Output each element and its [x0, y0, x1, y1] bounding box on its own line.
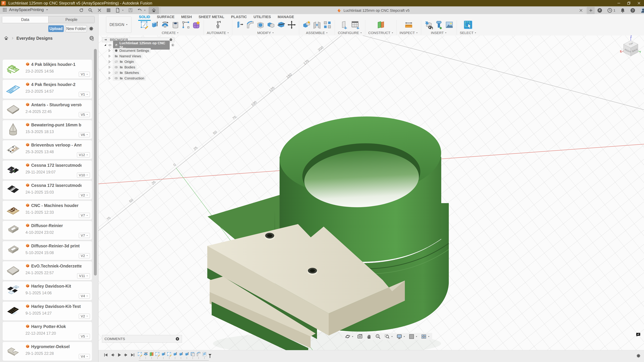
node-label[interactable]: Bodies — [113, 65, 137, 70]
move-icon[interactable] — [287, 20, 296, 29]
timeline-feature-extrude-icon[interactable] — [178, 352, 184, 357]
timeline-feature-extrude-icon[interactable] — [161, 352, 166, 357]
visibility-eye-icon[interactable] — [108, 43, 112, 47]
timeline-feature-sketch-icon[interactable] — [155, 352, 160, 357]
document-tab-close-icon[interactable] — [579, 8, 583, 12]
upload-button[interactable]: Upload — [48, 25, 64, 32]
project-card[interactable]: Cessna 172 lasercutmodel29-11-2024 19:07… — [3, 161, 92, 179]
expander-collapsed-icon[interactable] — [108, 65, 111, 69]
viewcube[interactable]: Z X Y TOP RIGHT BACK — [620, 35, 641, 57]
version-dropdown[interactable]: V6 — [79, 132, 90, 137]
add-comment-icon[interactable] — [176, 337, 180, 341]
new-component-icon[interactable] — [302, 20, 311, 29]
group-label-inspect[interactable]: INSPECT — [400, 31, 418, 35]
file-caret-icon[interactable] — [122, 9, 124, 11]
undo-caret-icon[interactable] — [144, 9, 146, 11]
browser-node-named-views[interactable]: Named Views — [102, 53, 174, 59]
sketch-dots-icon[interactable] — [182, 20, 190, 29]
ribbon-tab-solid[interactable]: SOLID — [139, 15, 150, 20]
insert-image-icon[interactable] — [445, 20, 454, 29]
project-title[interactable]: Bewatering-punt 16mm buis — [31, 122, 82, 127]
project-card[interactable]: Hygrometer-Deksel29-1-2025 22:28V4 — [3, 342, 92, 361]
project-card[interactable]: Harley Davidson-Kit-Test9-1-2025 14:27V2 — [3, 302, 92, 321]
project-card[interactable]: Cessna 172 lasercutmodel-motor...24-1-20… — [3, 181, 92, 199]
viewports-icon[interactable] — [421, 334, 427, 339]
node-label[interactable]: Origin — [113, 59, 136, 64]
ribbon-tab-utilities[interactable]: UTILITIES — [254, 15, 271, 20]
timeline-feature-pattern-icon[interactable] — [202, 352, 207, 357]
version-dropdown[interactable]: V2 — [79, 314, 90, 319]
viewports-caret-icon[interactable] — [428, 336, 430, 338]
home-tab[interactable] — [148, 7, 159, 14]
collapse-panel-icon[interactable] — [104, 38, 108, 41]
project-title[interactable]: Hygrometer-Deksel — [31, 344, 82, 349]
project-title[interactable]: Brievenbus verloop - Anne — [31, 143, 82, 147]
ribbon-tab-manage[interactable]: MANAGE — [278, 15, 294, 20]
sync-icon[interactable] — [79, 8, 84, 13]
browser-node-sketches[interactable]: Sketches — [102, 70, 174, 75]
fillet-icon[interactable] — [246, 20, 254, 29]
configuration-icon[interactable] — [340, 20, 349, 29]
project-title[interactable]: Harley Davidson-Kit-Test — [31, 304, 82, 309]
project-title[interactable]: Diffusor-Reinier — [31, 223, 82, 228]
split-icon[interactable] — [277, 20, 286, 29]
node-label[interactable]: Sketches — [113, 70, 140, 75]
project-card[interactable]: Bewatering-punt 16mm buis15-3-2025 18:13… — [3, 120, 92, 139]
project-card[interactable]: CNC - Machines houder31-1-2025 12:33V7 — [3, 201, 92, 220]
rigid-group-icon[interactable] — [323, 20, 332, 29]
timeline-feature-extrude-icon[interactable] — [184, 352, 189, 357]
orbit-caret-icon[interactable] — [352, 336, 354, 338]
browser-node-bodies[interactable]: Bodies — [102, 64, 174, 70]
project-title[interactable]: 4 Pak flesjes houder-2 — [31, 82, 82, 87]
viewport-3d[interactable]: 2001751501251007550250255075 — [98, 35, 644, 350]
timeline-feature-revolve-icon[interactable] — [143, 352, 148, 357]
plane-offset-icon[interactable] — [376, 20, 385, 29]
project-title[interactable]: Harry Potter-Klok — [31, 324, 82, 329]
timeline-feature-plane-icon[interactable] — [149, 352, 154, 357]
visibility-eye-icon[interactable] — [114, 65, 118, 69]
version-dropdown[interactable]: V4 — [79, 354, 90, 359]
timeline-feature-sketch-icon[interactable] — [137, 352, 142, 357]
orbit-icon[interactable] — [345, 334, 350, 339]
file-menu-icon[interactable] — [115, 8, 120, 13]
breadcrumb-folder[interactable]: Everyday Designs — [16, 36, 86, 41]
version-dropdown[interactable]: V5 — [79, 334, 90, 339]
version-dropdown[interactable]: V1 — [79, 72, 90, 77]
group-label-select[interactable]: SELECT — [460, 31, 477, 35]
extensions-icon[interactable] — [597, 8, 602, 13]
skip-to-start-icon[interactable] — [104, 353, 108, 357]
node-label[interactable]: Named Views — [113, 54, 143, 59]
expander-collapsed-icon[interactable] — [108, 54, 111, 58]
browser-node-origin[interactable]: Origin — [102, 59, 174, 64]
group-label-automate[interactable]: AUTOMATE — [207, 31, 229, 35]
restore-button[interactable] — [624, 0, 634, 6]
project-card[interactable]: Harley Davidson-Kit9-1-2025 14:06V4 — [3, 281, 92, 300]
press-pull-icon[interactable] — [235, 20, 244, 29]
shared-globe-icon[interactable] — [89, 35, 94, 41]
save-icon[interactable] — [128, 8, 133, 13]
minimize-button[interactable] — [614, 0, 624, 6]
project-title[interactable]: 4 Pak blikjes houder-1 — [31, 62, 82, 67]
expander-collapsed-icon[interactable] — [108, 60, 111, 63]
hole-icon[interactable] — [171, 20, 180, 29]
expander-expanded-icon[interactable] — [104, 43, 107, 47]
shell-icon[interactable] — [256, 20, 265, 29]
create-sketch-icon[interactable] — [140, 20, 148, 29]
user-avatar[interactable] — [640, 7, 644, 13]
document-tab[interactable]: Luchtinlaat 125mm op CNC Stepcraft v5 — [160, 7, 586, 14]
tab-data[interactable]: Data — [2, 16, 48, 23]
new-folder-button[interactable]: New Folder — [66, 25, 87, 32]
insert-derive-icon[interactable] — [424, 20, 433, 29]
project-card[interactable]: Diffusor-Reinier4-10-2024 23:02V7 — [3, 221, 92, 240]
group-label-create[interactable]: CREATE — [162, 31, 179, 35]
timeline-feature-box-icon[interactable] — [190, 352, 195, 357]
ribbon-tab-mesh[interactable]: MESH — [181, 15, 192, 20]
panel-settings-gear-icon[interactable] — [88, 26, 94, 31]
close-x-icon[interactable] — [97, 8, 102, 13]
project-card[interactable]: Antaris - Stuurbrug versterking2-4-2025 … — [3, 100, 92, 119]
pan-icon[interactable] — [366, 334, 372, 339]
group-label-construct[interactable]: CONSTRUCT — [368, 31, 394, 35]
measure-icon[interactable] — [404, 20, 413, 29]
data-panel-toggle-icon[interactable] — [106, 8, 111, 13]
ribbon-tab-plastic[interactable]: PLASTIC — [231, 15, 247, 20]
